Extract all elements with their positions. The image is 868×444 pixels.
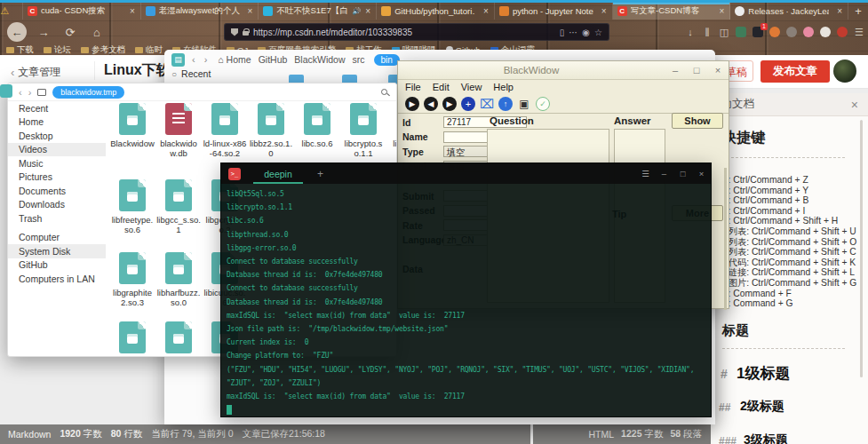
toolbar-button[interactable]: ⌧ (480, 97, 494, 111)
reload-button[interactable]: ⟳ (60, 22, 80, 42)
menu-item[interactable]: Edit (433, 82, 450, 92)
file-item[interactable]: blackwidow.db (155, 103, 202, 158)
toolbar-button[interactable]: + (461, 97, 475, 111)
toolbar-button[interactable]: ↑ (498, 97, 513, 111)
sidebar-item[interactable]: Music (8, 156, 106, 170)
sidebar-item[interactable]: Recent (8, 101, 106, 115)
menu-item[interactable]: File (405, 82, 421, 92)
tab-close-icon[interactable]: × (836, 6, 843, 16)
toolbar-extension-icon[interactable]: ↓ (685, 27, 696, 37)
breadcrumb-item[interactable]: ⌂ Home (214, 54, 254, 65)
browser-tab[interactable]: python - Jupyter Noteb… × (495, 3, 613, 20)
new-tab-button[interactable]: + (848, 3, 868, 20)
toolbar-button[interactable]: ✓ (536, 97, 550, 111)
toolbar-extension-icon[interactable] (736, 27, 746, 37)
tab-close-icon[interactable]: × (129, 6, 136, 16)
blackwidow-titlebar[interactable]: BlackWidow – □ × (398, 61, 729, 80)
fm-back-nav-forward-icon[interactable]: › (203, 54, 210, 65)
sidebar-item[interactable]: Pictures (8, 170, 106, 185)
toolbar-extension-icon[interactable]: ◫ (719, 27, 729, 37)
browser-tab[interactable]: 不吐不快S1E7【白… 🔊 × (259, 3, 377, 20)
bookmark-item[interactable]: 论坛 (44, 44, 71, 56)
breadcrumb-item[interactable]: BlackWidow (291, 54, 348, 65)
tab-audio-icon[interactable]: 🔊 (352, 7, 361, 15)
fm-back-nav-back-icon[interactable]: ‹ (190, 54, 197, 65)
blackwidow-scrollbar[interactable] (724, 168, 727, 310)
file-item[interactable] (109, 321, 155, 356)
toolbar-extension-icon[interactable] (803, 27, 814, 37)
toolbar-extension-icon[interactable]: ⫼ (702, 27, 713, 37)
toolbar-button[interactable]: ◀ (424, 97, 438, 111)
maximize-icon[interactable]: □ (686, 65, 707, 75)
fm-back-recent-item[interactable]: ○ Recent (171, 68, 211, 79)
forward-button[interactable]: → (34, 22, 53, 42)
sidebar-item[interactable]: GitHub (8, 258, 106, 273)
toolbar-button[interactable]: ▶ (405, 97, 419, 111)
bookmark-item[interactable]: 参考文档 (81, 44, 125, 56)
browser-tab[interactable]: C 写文章-CSDN博客 × (613, 3, 731, 20)
path-breadcrumb-pill[interactable]: blackwidow.tmp (52, 86, 124, 99)
file-item[interactable]: libharfbuzz.so.0 (155, 252, 202, 307)
sidebar-item[interactable]: Computers in LAN (8, 272, 106, 286)
url-bar[interactable]: https://mp.csdn.net/mdeditor/103339835 ▯… (224, 23, 609, 41)
file-item[interactable]: libfreetype.so.6 (109, 179, 155, 234)
breadcrumb-item[interactable]: src (349, 54, 369, 65)
sidebar-item[interactable]: Documents (8, 184, 106, 198)
file-item[interactable]: libcrypto.so.1.1 (340, 103, 386, 158)
terminal-menu-icon[interactable]: ☰ (636, 169, 655, 178)
file-item[interactable]: libgraphite2.so.3 (109, 252, 155, 307)
close-icon[interactable]: × (707, 65, 729, 75)
toolbar-button[interactable]: ▣ (517, 97, 531, 111)
sidebar-item[interactable]: Home (8, 115, 106, 130)
panel-scrollbar[interactable] (860, 120, 863, 377)
bookmark-item[interactable]: 下载 (6, 44, 34, 56)
sidebar-item[interactable]: Downloads (8, 198, 106, 212)
article-manage-link[interactable]: ‹ 文章管理 (11, 65, 60, 80)
terminal-output[interactable]: libQt5Sql.so.5libcrypto.so.1.1libc.so.6l… (221, 184, 711, 420)
bookmark-item[interactable]: 临时 (135, 44, 163, 56)
menu-item[interactable]: View (461, 82, 482, 92)
toolbar-extension-icon[interactable] (820, 27, 831, 37)
file-item[interactable]: libbz2.so.1.0 (248, 103, 294, 158)
terminal-titlebar[interactable]: >_ deepin + ☰ – □ × (221, 163, 711, 184)
browser-tab[interactable]: C cuda- CSDN搜索 × (23, 3, 141, 20)
tab-close-icon[interactable]: × (247, 6, 254, 16)
toolbar-extension-icon[interactable] (786, 27, 797, 37)
breadcrumb-active[interactable]: bin (374, 54, 400, 66)
toolbar-extension-icon[interactable] (769, 27, 780, 37)
fm-nav-forward-icon[interactable]: › (28, 87, 32, 98)
terminal-tab[interactable]: deepin (250, 163, 307, 184)
page-actions-icon[interactable]: ⋯ (569, 28, 577, 37)
tab-close-icon[interactable]: × (718, 6, 725, 16)
sidebar-item[interactable]: Desktop (8, 129, 106, 143)
fm-nav-back-icon[interactable]: ‹ (19, 87, 22, 98)
sidebar-item[interactable]: Trash (8, 211, 106, 226)
publish-button[interactable]: 发布文章 (760, 60, 830, 83)
user-avatar[interactable] (833, 59, 856, 83)
show-button[interactable]: Show (672, 113, 723, 129)
browser-tab[interactable]: ⚠ (0, 3, 23, 20)
browser-tab[interactable]: Releases · JackeyLea… × (730, 3, 848, 20)
tab-close-icon[interactable]: × (601, 6, 608, 16)
toolbar-extension-icon[interactable] (837, 27, 848, 37)
breadcrumb-item[interactable]: GitHub (255, 54, 291, 65)
minimize-icon[interactable]: – (665, 65, 686, 75)
sidebar-item[interactable]: Computer (8, 231, 106, 245)
search-icon[interactable] (381, 89, 387, 95)
menu-item[interactable]: Help (493, 82, 514, 92)
bookmark-star-icon[interactable]: ☆ (594, 28, 602, 37)
terminal-maximize-icon[interactable]: □ (673, 169, 692, 178)
tab-close-icon[interactable]: × (364, 6, 371, 16)
url-text[interactable]: https://mp.csdn.net/mdeditor/103339835 (253, 28, 555, 37)
toolbar-extension-icon[interactable]: 1 (753, 27, 763, 37)
tracking-shield-icon[interactable] (231, 28, 238, 36)
tab-close-icon[interactable]: × (482, 6, 490, 16)
pocket-icon[interactable]: ◉ (582, 28, 590, 37)
terminal-close-icon[interactable]: × (692, 169, 711, 178)
toolbar-button[interactable]: ▶ (442, 97, 457, 111)
file-item[interactable]: libdl.so.2 (386, 103, 396, 158)
browser-tab[interactable]: 老湿alwayswet的个人… × (141, 3, 259, 20)
sidebar-item[interactable]: System Disk (8, 244, 106, 258)
browser-tab[interactable]: GitHub/python_tutori… × (377, 3, 495, 20)
file-item[interactable]: Blackwidow (109, 103, 155, 158)
